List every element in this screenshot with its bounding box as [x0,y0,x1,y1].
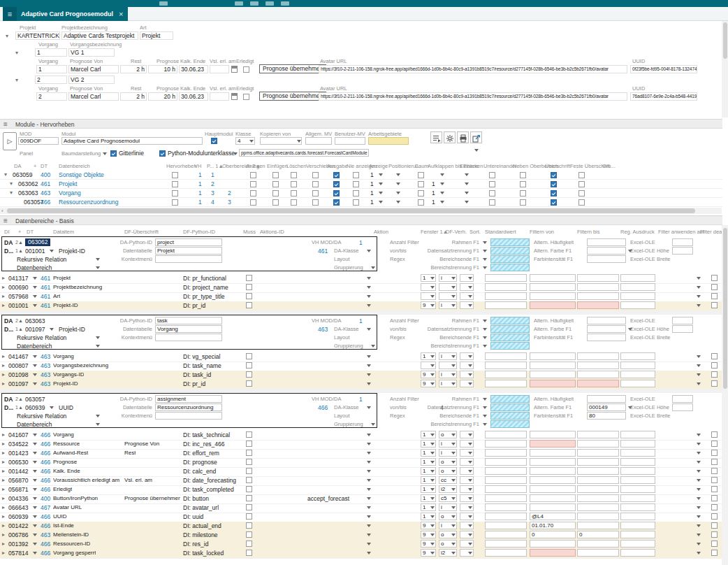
filtern-von-field[interactable] [530,549,576,557]
section-menu-icon[interactable]: ≡ [3,217,8,225]
erledigt-checkbox[interactable] [243,94,249,100]
avatar-url-cell[interactable]: https://3f10-2-211-106-158.ngrok-free.ap… [319,92,627,101]
kopieren-von-caret[interactable] [296,138,303,144]
kontextmenu-field[interactable] [155,255,222,263]
fenster-select[interactable]: 1 [421,274,436,282]
filtern-bis-field[interactable] [577,513,619,520]
area-name-link[interactable]: Projekt [59,180,77,188]
muss-checkbox[interactable] [246,353,252,359]
filter-deak-checkbox[interactable] [711,275,718,281]
gruppierung-caret[interactable] [370,421,377,427]
filtern-bis-field[interactable] [577,371,619,378]
bereichsende-caret[interactable] [482,413,488,419]
standardwert-field[interactable] [485,503,527,511]
filtern-von-field[interactable] [530,301,576,309]
sort-select[interactable] [460,458,474,466]
filtern-von-field[interactable] [530,494,576,502]
main-scrollbar-thumb[interactable] [723,228,727,389]
aktion-caret[interactable] [366,441,372,447]
row-expander-icon[interactable]: ▸ [2,362,5,370]
standardwert-field[interactable] [485,549,527,557]
filtern-bis-field[interactable] [577,476,619,484]
row-expander-icon[interactable]: ▸ [2,449,5,457]
df-verh-select[interactable]: i [439,274,457,282]
filtern-bis-field[interactable] [577,274,619,282]
bereichstrennung-field[interactable] [490,420,530,428]
filter-deak-checkbox[interactable] [711,450,718,456]
benutzer-mv-field[interactable] [335,137,365,145]
topgrid-scrollbar[interactable] [722,21,728,117]
toolbar-icon[interactable] [265,1,274,6]
key-di-id[interactable]: 001097 [25,325,45,334]
gruppierung-caret[interactable] [370,264,377,271]
loeschen-checkbox[interactable] [291,199,297,206]
neben-oberbereich-checkbox[interactable] [520,181,526,187]
regex-field[interactable] [620,494,655,502]
aufklappen-caret[interactable] [439,199,446,205]
calendar-icon[interactable] [231,93,238,100]
muss-checkbox[interactable] [246,380,252,387]
altern-haeufigkeit-field[interactable] [587,395,626,403]
filtern-von-field[interactable] [530,283,576,291]
aktion-caret[interactable] [366,513,372,520]
aktion-caret[interactable] [366,293,372,299]
standardwert-field[interactable] [485,440,527,448]
filtern-bis-field[interactable]: 0 [577,531,619,538]
python-unterklasse-field[interactable]: ppms.office.adaptivecards.cards.forecast… [239,149,369,157]
key-di-id[interactable]: 060939 [25,403,45,412]
regex-field[interactable] [620,540,655,548]
calendar-icon[interactable] [231,66,238,73]
rahmen-field[interactable] [490,317,530,324]
df-verh-select[interactable]: o [439,467,457,475]
standardwert-field[interactable] [485,522,527,529]
farbintensitaet-field[interactable] [587,255,626,263]
regex-field[interactable] [620,449,655,457]
filter-anwenden-caret[interactable] [696,362,702,369]
sort-select[interactable] [460,476,474,484]
muss-checkbox[interactable] [246,293,252,299]
ueberschrift-checkbox[interactable] [551,190,557,196]
muss-checkbox[interactable] [246,531,252,538]
di-caret[interactable] [32,441,38,447]
filtern-bis-field[interactable] [577,522,619,529]
di-caret[interactable] [32,477,38,483]
regex-field[interactable] [620,440,655,448]
neben-oberbereich-checkbox[interactable] [520,199,526,206]
standardwert-field[interactable] [485,301,527,309]
df-verh-select[interactable]: o [439,513,457,520]
klasse-select[interactable]: 4 [235,137,255,145]
gitterlinie-checkbox[interactable] [110,150,117,157]
regex-field[interactable] [620,292,655,300]
standardwert-field[interactable] [485,274,527,282]
hervorheben-checkbox[interactable] [172,181,178,187]
nie-anzeigen-checkbox[interactable] [353,190,359,196]
ueberschrift-checkbox[interactable] [551,181,557,187]
excel-ole-hoehe-field[interactable] [672,403,693,411]
untereinander-checkbox[interactable] [489,199,495,206]
farbintensitaet-field[interactable] [587,334,626,341]
fenster-select[interactable]: 9 [421,540,436,548]
fenster-select[interactable]: 1 [421,431,436,438]
baum-checkbox[interactable] [418,190,424,196]
sort-select[interactable] [460,549,474,557]
project-id-cell[interactable]: KARTENTRICKS [15,31,60,40]
ausgabe-checkbox[interactable] [333,181,340,187]
uuid-cell[interactable]: 76ad8107-6e9e-2c4a-b548-4419f84105e1 [630,92,697,101]
df-verh-select[interactable]: o [439,431,457,438]
bereichstrennung-field[interactable] [490,342,530,350]
baum-checkbox[interactable] [418,181,424,187]
filtern-bis-field[interactable] [577,494,619,502]
muss-checkbox[interactable] [246,468,252,474]
sort-select[interactable] [460,301,474,309]
filtern-bis-field[interactable] [577,352,619,360]
filter-anwenden-caret[interactable] [696,531,702,538]
muss-checkbox[interactable] [246,284,252,290]
row-expander-icon[interactable]: ▸ [2,274,5,282]
modul-field[interactable]: Adaptive Card Prognosemodul [61,137,203,145]
filtern-bis-field[interactable] [577,503,619,511]
di-caret[interactable] [32,362,38,369]
anzeige-caret[interactable] [378,171,384,178]
da-id-selected[interactable]: 063062 [25,238,50,246]
df-verh-select[interactable]: i [439,301,457,309]
area-name-link[interactable]: Sonstige Objekte [59,171,104,179]
